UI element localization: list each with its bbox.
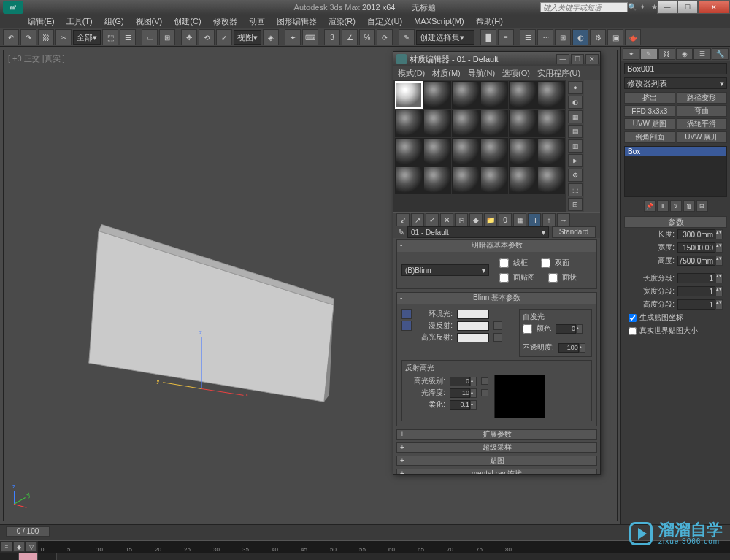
close-button[interactable]: ✕ xyxy=(698,1,730,14)
minimize-button[interactable]: — xyxy=(657,1,677,14)
uvw-map-button[interactable]: UVW 贴图 xyxy=(624,118,675,130)
undo-icon[interactable]: ↶ xyxy=(3,29,19,45)
me-menu-options[interactable]: 选项(O) xyxy=(502,68,530,79)
menu-render[interactable]: 渲染(R) xyxy=(326,16,358,27)
hierarchy-tab-icon[interactable]: ⛓ xyxy=(658,48,675,60)
sample-slot[interactable] xyxy=(452,138,480,166)
sample-slot[interactable] xyxy=(537,138,565,166)
sample-slot[interactable] xyxy=(423,110,451,137)
extrude-button[interactable]: 挤出 xyxy=(624,92,675,104)
redo-icon[interactable]: ↷ xyxy=(20,29,36,45)
layers-icon[interactable]: ☰ xyxy=(520,29,536,45)
assign-icon[interactable]: ✓ xyxy=(426,213,439,226)
gloss-map-button[interactable] xyxy=(481,389,488,396)
hsegs-input[interactable] xyxy=(677,299,715,310)
sample-slot[interactable] xyxy=(395,138,423,166)
bevel-profile-button[interactable]: 倒角剖面 xyxy=(624,131,675,143)
display-tab-icon[interactable]: ☰ xyxy=(694,48,710,60)
sample-slot[interactable] xyxy=(509,110,537,137)
select-name-icon[interactable]: ☰ xyxy=(120,29,136,45)
make-copy-icon[interactable]: ⎘ xyxy=(455,213,468,226)
face-map-checkbox[interactable] xyxy=(499,273,509,283)
mirror-icon[interactable]: ▐▌ xyxy=(480,29,496,45)
show-map-icon[interactable]: ▦ xyxy=(513,213,526,226)
unwrap-button[interactable]: UVW 展开 xyxy=(677,131,728,143)
menu-edit[interactable]: 编辑(E) xyxy=(25,16,58,27)
viewport-label[interactable]: [ +0 正交 |真实 ] xyxy=(8,53,65,64)
shader-rollout-header[interactable]: -明暗器基本参数 xyxy=(397,240,596,252)
sample-slot[interactable] xyxy=(509,138,537,166)
manipulate-icon[interactable]: ✦ xyxy=(285,29,301,45)
help-search[interactable] xyxy=(540,2,628,12)
show-end-icon[interactable]: Ⅱ xyxy=(657,200,669,212)
me-minimize-button[interactable]: — xyxy=(556,54,569,64)
sample-slot[interactable] xyxy=(480,81,508,109)
menu-graph-editors[interactable]: 图形编辑器 xyxy=(274,16,320,27)
selection-filter[interactable]: 全部 ▾ xyxy=(73,30,101,45)
sample-slot[interactable] xyxy=(537,166,565,194)
me-close-button[interactable]: ✕ xyxy=(585,54,599,64)
specular-swatch[interactable] xyxy=(457,333,489,342)
snap-3-icon[interactable]: 3 xyxy=(324,29,340,45)
put-library-icon[interactable]: 📁 xyxy=(484,213,497,226)
select-by-mat-icon[interactable]: ⬚ xyxy=(568,183,583,196)
background-icon[interactable]: ▦ xyxy=(568,110,583,123)
motion-tab-icon[interactable]: ◉ xyxy=(676,48,693,60)
align-icon[interactable]: ≡ xyxy=(498,29,514,45)
self-illum-input[interactable] xyxy=(556,324,576,334)
menu-help[interactable]: 帮助(H) xyxy=(473,16,506,27)
soften-input[interactable] xyxy=(450,400,470,410)
options-icon[interactable]: ⚙ xyxy=(568,169,583,182)
lock-diffuse-icon[interactable] xyxy=(402,321,412,331)
named-sel-set[interactable]: 创建选择集 ▾ xyxy=(416,30,474,45)
material-editor-icon[interactable]: ◐ xyxy=(572,29,588,45)
track-ruler[interactable]: 0510 152025 303540 455055 606570 7580 xyxy=(38,541,730,553)
material-editor-titlebar[interactable]: 材质编辑器 - 01 - Default — ☐ ✕ xyxy=(393,52,600,66)
modifier-stack[interactable]: Box xyxy=(624,146,727,197)
tool-icon[interactable]: ✦ xyxy=(639,3,648,12)
menu-modifiers[interactable]: 修改器 xyxy=(210,16,240,27)
edit-set-icon[interactable]: ✎ xyxy=(399,29,415,45)
sample-slot[interactable] xyxy=(452,110,480,137)
percent-snap-icon[interactable]: % xyxy=(359,29,375,45)
modify-tab-icon[interactable]: ✎ xyxy=(640,48,657,60)
scene-box[interactable]: z x y xyxy=(62,189,354,408)
sample-slot[interactable] xyxy=(537,81,565,109)
two-sided-checkbox[interactable] xyxy=(541,258,550,268)
menu-tools[interactable]: 工具(T) xyxy=(64,16,96,27)
pivot-icon[interactable]: ◈ xyxy=(263,29,279,45)
turbosmooth-button[interactable]: 涡轮平滑 xyxy=(677,118,728,130)
spinner-icon[interactable]: ▴ xyxy=(470,388,477,398)
bend-button[interactable]: 弯曲 xyxy=(677,105,728,117)
gloss-input[interactable] xyxy=(450,388,470,398)
time-slider-bar[interactable]: 0 / 100 xyxy=(0,524,730,540)
sample-slot-1[interactable] xyxy=(395,81,423,109)
menu-animation[interactable]: 动画 xyxy=(246,16,268,27)
ref-coord-dropdown[interactable]: 视图 ▾ xyxy=(234,30,261,45)
put-to-scene-icon[interactable]: ↗ xyxy=(411,213,424,226)
me-maximize-button[interactable]: ☐ xyxy=(571,54,584,64)
spinner-icon[interactable]: ▴ xyxy=(576,324,583,334)
menu-customize[interactable]: 自定义(U) xyxy=(364,16,405,27)
sample-slot[interactable] xyxy=(509,166,537,194)
shader-dropdown[interactable]: (B)Blinn▾ xyxy=(402,264,489,276)
go-sibling-icon[interactable]: → xyxy=(557,213,570,226)
link-icon[interactable]: ⛓ xyxy=(38,29,54,45)
modifier-list-dropdown[interactable]: 修改器列表▾ xyxy=(624,77,727,89)
track-filter-icon[interactable]: ▽ xyxy=(26,542,37,552)
faceted-checkbox[interactable] xyxy=(548,273,558,283)
real-world-checkbox[interactable] xyxy=(629,327,637,335)
stack-item-box[interactable]: Box xyxy=(625,147,726,156)
wire-checkbox[interactable] xyxy=(499,258,509,268)
pin-stack-icon[interactable]: 📌 xyxy=(644,200,656,212)
object-name-field[interactable] xyxy=(624,63,727,74)
make-unique-icon[interactable]: ◆ xyxy=(469,213,483,226)
mentalray-rollout[interactable]: +mental ray 连接 xyxy=(396,469,597,474)
time-slider-handle[interactable]: 0 / 100 xyxy=(6,526,50,537)
render-frame-icon[interactable]: ▣ xyxy=(607,29,623,45)
curve-editor-icon[interactable]: 〰 xyxy=(537,29,553,45)
keyboard-icon[interactable]: ⌨ xyxy=(302,29,318,45)
remove-mod-icon[interactable]: 🗑 xyxy=(683,200,695,212)
unlink-icon[interactable]: ✂ xyxy=(55,29,72,45)
sample-slot[interactable] xyxy=(423,138,451,166)
